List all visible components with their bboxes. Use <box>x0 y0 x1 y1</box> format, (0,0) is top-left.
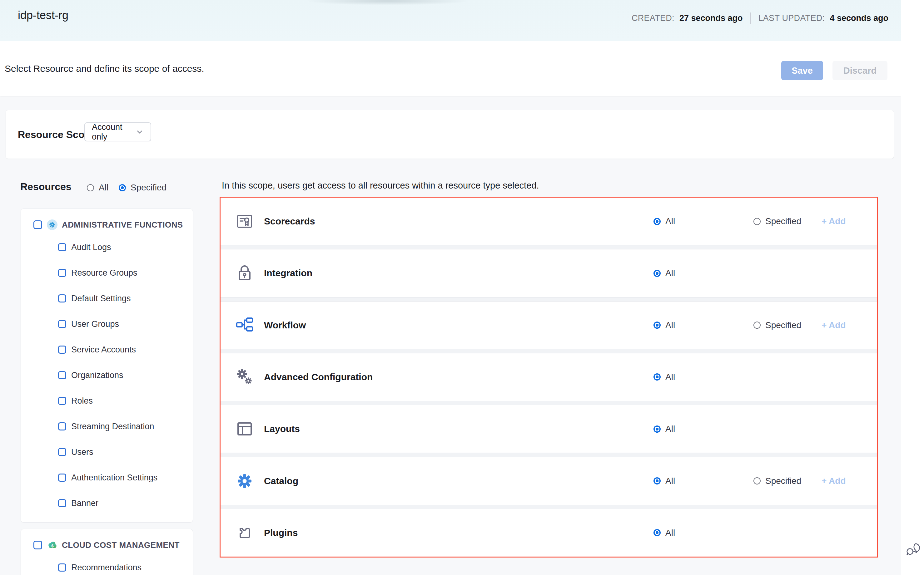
layouts-icon <box>236 420 253 438</box>
resource-groups-list: ADMINISTRATIVE FUNCTIONSAudit LogsResour… <box>21 208 193 575</box>
all-radio[interactable]: All <box>653 268 675 278</box>
item-checkbox[interactable] <box>58 294 66 302</box>
item-checkbox[interactable] <box>58 269 66 277</box>
item-label: Audit Logs <box>71 243 111 252</box>
radio-icon <box>87 184 94 191</box>
all-radio[interactable]: All <box>653 476 675 486</box>
all-radio[interactable]: All <box>653 372 675 382</box>
all-radio[interactable]: All <box>653 320 675 330</box>
created-label: CREATED: <box>632 13 674 23</box>
resource-group-card: $CLOUD COST MANAGEMENTRecommendations <box>21 529 193 575</box>
resource-item[interactable]: Service Accounts <box>21 337 193 362</box>
resource-type-row: Advanced ConfigurationAll <box>221 353 877 401</box>
item-checkbox[interactable] <box>58 499 66 507</box>
resource-type-label: Scorecards <box>264 216 315 227</box>
header-smudge <box>275 0 500 7</box>
all-radio[interactable]: All <box>653 424 675 434</box>
updated-value: 4 seconds ago <box>830 13 888 23</box>
item-checkbox[interactable] <box>58 397 66 405</box>
all-radio[interactable]: All <box>653 528 675 538</box>
resources-all-radio[interactable]: All <box>87 183 108 192</box>
discard-button[interactable]: Discard <box>832 61 887 80</box>
specified-radio[interactable]: Specified <box>754 476 801 486</box>
resource-item[interactable]: User Groups <box>21 311 193 337</box>
group-checkbox[interactable] <box>33 221 42 229</box>
resource-item[interactable]: Users <box>21 439 193 465</box>
item-label: Roles <box>71 396 93 406</box>
all-radio[interactable]: All <box>653 216 675 226</box>
item-checkbox[interactable] <box>58 320 66 328</box>
header-meta: CREATED: 27 seconds ago LAST UPDATED: 4 … <box>632 13 888 24</box>
item-checkbox[interactable] <box>58 564 66 572</box>
all-label: All <box>665 216 675 226</box>
resource-item[interactable]: Streaming Destination <box>21 414 193 439</box>
item-checkbox[interactable] <box>58 448 66 456</box>
scope-description: In this scope, users get access to all r… <box>222 180 539 191</box>
specified-radio[interactable]: Specified <box>754 216 801 226</box>
resource-type-row: LayoutsAll <box>221 405 877 453</box>
workflow-icon <box>236 316 253 334</box>
item-label: Organizations <box>71 370 123 380</box>
resource-item[interactable]: Authentication Settings <box>21 465 193 491</box>
item-label: Service Accounts <box>71 345 136 354</box>
radio-icon <box>653 321 661 329</box>
resource-type-label: Plugins <box>264 527 298 538</box>
resource-group-card: ADMINISTRATIVE FUNCTIONSAudit LogsResour… <box>21 208 193 523</box>
row-divider <box>221 245 877 249</box>
group-title: ADMINISTRATIVE FUNCTIONS <box>62 220 183 230</box>
item-label: Default Settings <box>71 294 131 303</box>
resource-scope-select[interactable]: Account only <box>84 122 151 141</box>
resources-specified-radio[interactable]: Specified <box>119 183 166 192</box>
group-checkbox[interactable] <box>33 541 42 550</box>
item-checkbox[interactable] <box>58 243 66 251</box>
resources-all-label: All <box>99 183 108 192</box>
resource-item[interactable]: Roles <box>21 388 193 414</box>
resource-item[interactable]: Default Settings <box>21 286 193 311</box>
item-checkbox[interactable] <box>58 423 66 430</box>
radio-icon <box>754 218 761 225</box>
advanced-configuration-icon <box>236 369 253 386</box>
created-value: 27 seconds ago <box>679 13 743 23</box>
resource-item[interactable]: Recommendations <box>21 555 193 575</box>
add-button[interactable]: + Add <box>822 320 846 330</box>
group-title: CLOUD COST MANAGEMENT <box>62 540 180 550</box>
save-button[interactable]: Save <box>781 61 823 80</box>
row-divider <box>221 453 877 457</box>
catalog-icon <box>236 472 253 490</box>
resources-header: Resources All Specified <box>20 180 195 195</box>
chevron-down-icon <box>135 128 144 136</box>
resource-type-row: IntegrationAll <box>221 249 877 297</box>
svg-text:$: $ <box>51 543 54 548</box>
resource-item[interactable]: Banner <box>21 491 193 516</box>
add-button[interactable]: + Add <box>822 216 846 226</box>
item-checkbox[interactable] <box>58 346 66 354</box>
radio-icon <box>653 218 661 225</box>
action-bar: Select Resource and define its scope of … <box>0 41 901 96</box>
resource-type-label: Catalog <box>264 476 298 486</box>
radio-icon <box>653 373 661 381</box>
resource-scope-card: Resource Scope Account only <box>6 110 894 159</box>
resource-item[interactable]: Audit Logs <box>21 234 193 260</box>
all-label: All <box>665 528 675 538</box>
add-button[interactable]: + Add <box>822 476 846 486</box>
group-header: $CLOUD COST MANAGEMENT <box>21 535 193 555</box>
item-checkbox[interactable] <box>58 371 66 379</box>
item-label: Streaming Destination <box>71 422 154 431</box>
specified-radio[interactable]: Specified <box>754 320 801 330</box>
radio-icon <box>119 184 126 191</box>
resource-type-label: Workflow <box>264 320 306 330</box>
resource-type-label: Integration <box>264 268 312 278</box>
resources-specified-label: Specified <box>131 183 166 192</box>
row-divider <box>221 505 877 509</box>
resource-type-row: ScorecardsAllSpecified+ Add <box>221 198 877 245</box>
meta-divider <box>750 13 750 24</box>
chat-bubbles-icon[interactable] <box>906 543 921 556</box>
item-checkbox[interactable] <box>58 473 66 482</box>
item-label: Recommendations <box>71 563 142 572</box>
resource-item[interactable]: Resource Groups <box>21 260 193 286</box>
resource-item[interactable]: Organizations <box>21 362 193 388</box>
item-label: Users <box>71 447 93 457</box>
resource-type-label: Advanced Configuration <box>264 372 373 383</box>
radio-icon <box>653 426 661 433</box>
item-label: Resource Groups <box>71 268 137 278</box>
